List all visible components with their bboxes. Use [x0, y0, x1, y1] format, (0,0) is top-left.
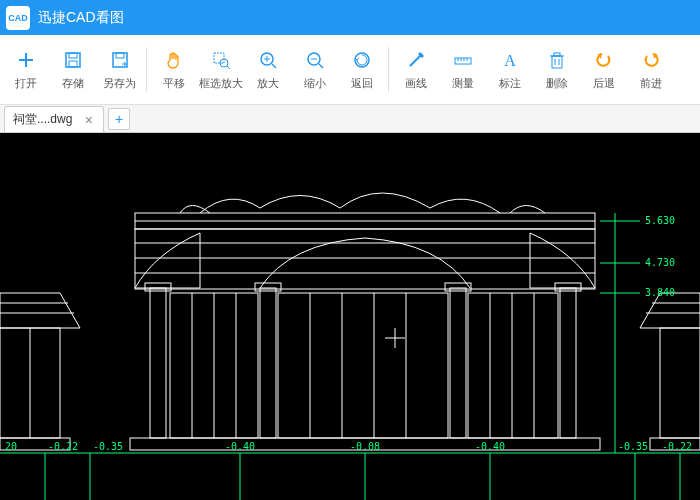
hand-icon	[162, 48, 186, 72]
undo-button[interactable]: 后退	[580, 40, 627, 100]
tool-label: 另存为	[103, 76, 136, 91]
toolbar-separator	[388, 47, 389, 92]
svg-rect-25	[552, 56, 562, 68]
svg-rect-46	[468, 293, 558, 438]
tool-label: 存储	[62, 76, 84, 91]
zoomout-icon	[303, 48, 327, 72]
zoom-in-button[interactable]: 放大	[244, 40, 291, 100]
svg-line-9	[227, 66, 230, 69]
svg-rect-66	[660, 328, 700, 438]
tool-label: 打开	[15, 76, 37, 91]
toolbar: 打开存储另存为平移框选放大放大缩小返回画线测量A标注删除后退前进	[0, 35, 700, 105]
save-icon	[61, 48, 85, 72]
zoomin-icon	[256, 48, 280, 72]
undo-icon	[592, 48, 616, 72]
plus-icon	[14, 48, 38, 72]
zoomwin-icon	[209, 48, 233, 72]
ground-label: -0.40	[225, 441, 255, 452]
elevation-label: 3.840	[645, 287, 675, 298]
text-button[interactable]: A标注	[486, 40, 533, 100]
tool-label: 标注	[499, 76, 521, 91]
svg-rect-2	[66, 53, 80, 67]
tool-label: 框选放大	[199, 76, 243, 91]
line-button[interactable]: 画线	[392, 40, 439, 100]
tool-label: 测量	[452, 76, 474, 91]
text-icon: A	[498, 48, 522, 72]
svg-rect-43	[555, 283, 581, 291]
redo-icon	[639, 48, 663, 72]
svg-rect-41	[255, 283, 281, 291]
return-icon	[350, 48, 374, 72]
svg-rect-45	[278, 293, 448, 438]
ground-label: -0.40	[475, 441, 505, 452]
tool-label: 画线	[405, 76, 427, 91]
ground-label: -0.35	[93, 441, 123, 452]
saveas-icon	[108, 48, 132, 72]
zoom-window-button[interactable]: 框选放大	[197, 40, 244, 100]
ground-label: -0.22	[48, 441, 78, 452]
new-tab-button[interactable]: +	[108, 108, 130, 130]
measure-icon	[451, 48, 475, 72]
tool-label: 前进	[640, 76, 662, 91]
elevation-label: 4.730	[645, 257, 675, 268]
ground-label: 20	[5, 441, 17, 452]
svg-rect-36	[150, 288, 166, 438]
tabbar: 祠堂....dwg × +	[0, 105, 700, 133]
redo-button[interactable]: 前进	[627, 40, 674, 100]
return-button[interactable]: 返回	[338, 40, 385, 100]
close-tab-icon[interactable]: ×	[83, 112, 95, 128]
svg-rect-19	[455, 58, 471, 64]
app-title: 迅捷CAD看图	[38, 9, 124, 27]
svg-line-16	[319, 64, 323, 68]
tool-label: 缩小	[304, 76, 326, 91]
svg-rect-38	[450, 288, 466, 438]
zoom-out-button[interactable]: 缩小	[291, 40, 338, 100]
drawing-canvas[interactable]: 5.630 4.730 3.840 20 -0.22 -0.35 -0.40 -…	[0, 133, 700, 500]
save-button[interactable]: 存储	[49, 40, 96, 100]
svg-rect-39	[560, 288, 576, 438]
svg-rect-4	[69, 61, 77, 67]
tool-label: 放大	[257, 76, 279, 91]
file-tab[interactable]: 祠堂....dwg ×	[4, 106, 104, 132]
delete-button[interactable]: 删除	[533, 40, 580, 100]
pan-button[interactable]: 平移	[150, 40, 197, 100]
ground-label: -0.35	[618, 441, 648, 452]
tool-label: 返回	[351, 76, 373, 91]
ground-label: -0.08	[350, 441, 380, 452]
open-button[interactable]: 打开	[2, 40, 49, 100]
trash-icon	[545, 48, 569, 72]
svg-rect-40	[145, 283, 171, 291]
measure-button[interactable]: 测量	[439, 40, 486, 100]
file-tab-label: 祠堂....dwg	[13, 111, 83, 128]
elevation-label: 5.630	[645, 215, 675, 226]
line-icon	[404, 48, 428, 72]
titlebar: CAD 迅捷CAD看图	[0, 0, 700, 35]
saveas-button[interactable]: 另存为	[96, 40, 143, 100]
app-logo: CAD	[6, 6, 30, 30]
tool-label: 平移	[163, 76, 185, 91]
svg-rect-7	[214, 53, 224, 63]
svg-rect-29	[554, 53, 560, 56]
tool-label: 删除	[546, 76, 568, 91]
ground-label: -0.22	[662, 441, 692, 452]
svg-text:A: A	[504, 52, 516, 69]
svg-rect-37	[260, 288, 276, 438]
toolbar-separator	[146, 47, 147, 92]
tool-label: 后退	[593, 76, 615, 91]
svg-line-13	[272, 64, 276, 68]
